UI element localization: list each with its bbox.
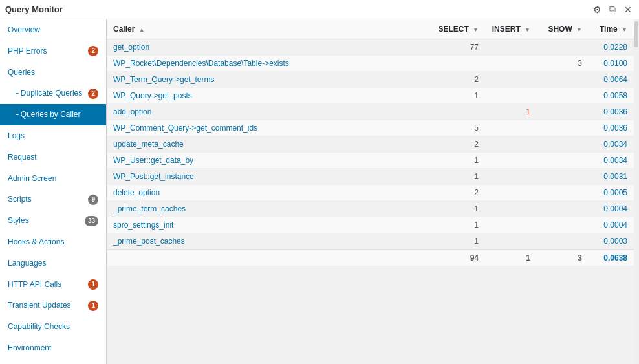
table-row: add_option10.0036 [107,104,634,120]
cell-show [537,88,589,104]
queries-table: Caller ▲ SELECT ▼ INSERT ▼ SHOW [107,19,634,266]
sidebar-item-conditionals[interactable]: Conditionals [0,359,106,364]
table-header-row: Caller ▲ SELECT ▼ INSERT ▼ SHOW [107,19,634,39]
cell-select: 2 [431,185,485,201]
caller-link[interactable]: WP_Rocket\Dependencies\Database\Table->e… [113,59,289,68]
right-scrollbar[interactable] [634,19,639,364]
cell-insert [485,39,537,56]
footer-insert: 1 [485,250,537,266]
cell-select: 1 [431,88,485,104]
col-header-insert[interactable]: INSERT ▼ [485,19,537,39]
cell-select: 77 [431,39,485,56]
time-sort-icon: ▼ [622,27,627,33]
sidebar-item-scripts[interactable]: Scripts 9 [0,189,106,210]
table-row: WP_Term_Query->get_terms20.0064 [107,72,634,88]
cell-caller: add_option [107,104,431,120]
php-errors-badge: 2 [88,46,98,56]
cell-insert [485,72,537,88]
cell-select: 1 [431,233,485,250]
settings-icon[interactable]: ⚙ [591,4,603,16]
scripts-badge: 9 [88,195,98,205]
table-row: _prime_post_caches10.0003 [107,233,634,250]
app-title: Query Monitor [5,5,63,14]
sidebar-item-http-api-calls[interactable]: HTTP API Calls 1 [0,274,106,295]
cell-select: 1 [431,201,485,217]
caller-link[interactable]: WP_Query->get_posts [113,91,192,100]
caller-link[interactable]: WP_User::get_data_by [113,156,193,165]
cell-show [537,153,589,169]
caller-link[interactable]: WP_Post::get_instance [113,172,194,181]
caller-link[interactable]: delete_option [113,188,160,197]
cell-show [537,217,589,233]
caller-link[interactable]: update_meta_cache [113,140,184,149]
sidebar-item-queries[interactable]: Queries [0,62,106,83]
cell-caller: WP_Term_Query->get_terms [107,72,431,88]
col-header-caller[interactable]: Caller ▲ [107,19,431,39]
cell-time: 0.0036 [589,120,634,136]
select-sort-icon: ▼ [473,27,479,33]
table-row: get_option770.0228 [107,39,634,56]
cell-caller: WP_Rocket\Dependencies\Database\Table->e… [107,56,431,72]
caller-link[interactable]: _prime_term_caches [113,204,186,213]
cell-show [537,120,589,136]
cell-show [537,39,589,56]
caller-link[interactable]: WP_Term_Query->get_terms [113,75,214,84]
cell-time: 0.0003 [589,233,634,250]
caller-link[interactable]: add_option [113,107,151,116]
cell-caller: _prime_post_caches [107,233,431,250]
table-scroll[interactable]: Caller ▲ SELECT ▼ INSERT ▼ SHOW [107,19,634,364]
cell-insert [485,136,537,153]
sidebar-item-php-errors[interactable]: PHP Errors 2 [0,41,106,62]
scrollbar-thumb [634,21,638,47]
col-header-time[interactable]: Time ▼ [589,19,634,39]
cell-time: 0.0034 [589,136,634,153]
main-layout: Overview PHP Errors 2 Queries └ Duplicat… [0,19,639,364]
cell-time: 0.0034 [589,153,634,169]
sidebar-item-logs[interactable]: Logs [0,125,106,147]
caller-link[interactable]: _prime_post_caches [113,237,185,246]
table-body: get_option770.0228WP_Rocket\Dependencies… [107,39,634,250]
cell-insert [485,201,537,217]
transient-badge: 1 [88,301,98,311]
expand-icon[interactable]: ⧉ [607,4,618,16]
cell-insert [485,120,537,136]
sidebar-item-request[interactable]: Request [0,147,106,168]
cell-caller: update_meta_cache [107,136,431,153]
table-row: spro_settings_init10.0004 [107,217,634,233]
cell-caller: spro_settings_init [107,217,431,233]
sidebar-item-environment[interactable]: Environment [0,337,106,359]
table-footer-row: 94 1 3 0.0638 [107,250,634,266]
table-row: delete_option20.0005 [107,185,634,201]
caller-link[interactable]: spro_settings_init [113,220,173,230]
insert-sort-icon: ▼ [525,27,530,33]
cell-select: 2 [431,72,485,88]
cell-insert [485,56,537,72]
sidebar-item-admin-screen[interactable]: Admin Screen [0,168,106,189]
cell-time: 0.0036 [589,104,634,120]
sidebar-item-queries-by-caller[interactable]: └ Queries by Caller [0,104,106,125]
cell-insert [485,88,537,104]
close-icon[interactable]: ✕ [622,4,634,16]
sidebar-item-languages[interactable]: Languages [0,253,106,274]
sidebar-item-transient-updates[interactable]: Transient Updates 1 [0,295,106,316]
caller-link[interactable]: WP_Comment_Query->get_comment_ids [113,123,257,133]
duplicate-queries-badge: 2 [88,89,98,99]
sidebar-item-capability-checks[interactable]: Capability Checks [0,316,106,337]
cell-time: 0.0004 [589,201,634,217]
footer-time: 0.0638 [589,250,634,266]
sidebar: Overview PHP Errors 2 Queries └ Duplicat… [0,19,107,364]
sidebar-item-overview[interactable]: Overview [0,19,106,41]
footer-empty [107,250,431,266]
caller-link[interactable]: get_option [113,43,149,52]
sidebar-item-styles[interactable]: Styles 33 [0,210,106,231]
cell-select [431,56,485,72]
col-header-select[interactable]: SELECT ▼ [431,19,485,39]
sidebar-item-duplicate-queries[interactable]: └ Duplicate Queries 2 [0,83,106,104]
table-row: WP_User::get_data_by10.0034 [107,153,634,169]
sidebar-item-hooks-actions[interactable]: Hooks & Actions [0,231,106,253]
table-row: _prime_term_caches10.0004 [107,201,634,217]
table-row: update_meta_cache20.0034 [107,136,634,153]
col-header-show[interactable]: SHOW ▼ [537,19,589,39]
caller-sort-icon: ▲ [139,27,145,33]
cell-time: 0.0100 [589,56,634,72]
